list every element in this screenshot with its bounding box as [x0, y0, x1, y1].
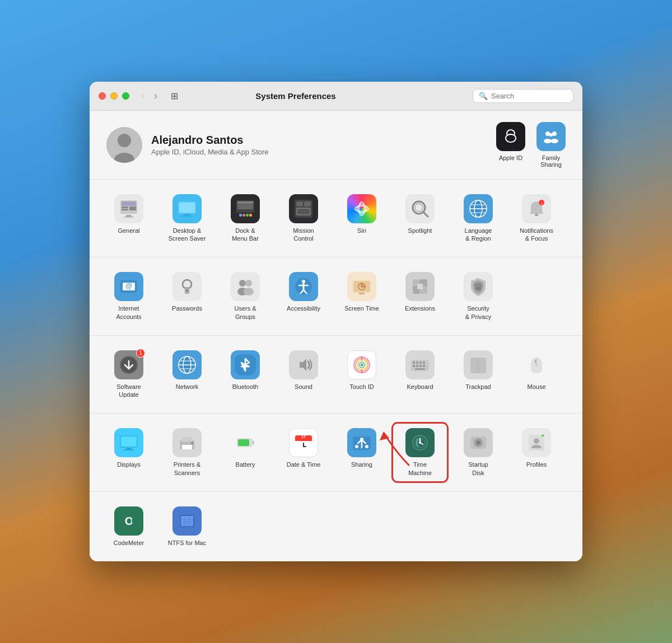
datetime-label: Date & Time — [287, 461, 321, 468]
pref-item-internet[interactable]: @ InternetAccounts — [101, 266, 157, 326]
pref-item-general[interactable]: General — [101, 189, 157, 248]
prefs-grid-4: Displays Printers &Scanners — [101, 423, 571, 482]
internet-label: InternetAccounts — [116, 304, 141, 321]
accessibility-icon — [289, 272, 318, 301]
pref-item-screentime[interactable]: Screen Time — [334, 266, 390, 326]
svg-rect-14 — [124, 217, 134, 218]
svg-rect-110 — [182, 445, 192, 449]
svg-point-7 — [550, 139, 558, 143]
apple-id-icon — [496, 122, 525, 151]
touchid-icon — [347, 350, 376, 379]
pref-item-extensions[interactable]: Extensions — [392, 266, 448, 326]
pref-item-dock[interactable]: Dock &Menu Bar — [217, 189, 273, 248]
family-sharing-button[interactable]: FamilySharing — [536, 122, 566, 168]
minimize-button[interactable] — [110, 92, 118, 100]
pref-item-users[interactable]: Users &Groups — [217, 266, 273, 326]
mouse-label: Mouse — [527, 383, 545, 391]
profile-actions: Apple ID FamilySharing — [496, 122, 566, 168]
svg-point-125 — [360, 438, 363, 441]
pref-item-desktop[interactable]: Desktop &Screen Saver — [159, 189, 215, 248]
svg-rect-10 — [122, 206, 128, 208]
svg-point-87 — [361, 363, 363, 366]
passwords-icon — [172, 272, 202, 301]
pref-item-bluetooth[interactable]: Bluetooth — [217, 345, 273, 405]
svg-rect-97 — [419, 365, 422, 367]
sharing-label: Sharing — [351, 461, 372, 468]
pref-item-mouse[interactable]: Mouse — [508, 345, 564, 405]
section-5: C CodeMeter — [90, 492, 582, 561]
svg-rect-109 — [182, 437, 192, 442]
user-avatar[interactable] — [106, 127, 142, 163]
ntfs-icon — [172, 506, 202, 536]
svg-point-58 — [302, 280, 305, 283]
pref-item-datetime[interactable]: 17 Date & Time — [276, 423, 332, 482]
extensions-icon — [405, 272, 435, 301]
pref-item-siri[interactable]: Siri — [334, 189, 390, 248]
pref-item-codemeter[interactable]: C CodeMeter — [101, 501, 157, 552]
pref-item-ntfs[interactable]: NTFS for Mac — [159, 501, 215, 552]
svg-rect-13 — [126, 215, 132, 217]
mission-icon — [289, 194, 318, 223]
prefs-grid-2: @ InternetAccounts Passwords — [101, 266, 571, 326]
pref-item-displays[interactable]: Displays — [101, 423, 157, 482]
search-input[interactable] — [491, 92, 570, 100]
pref-item-accessibility[interactable]: Accessibility — [276, 266, 332, 326]
battery-icon — [231, 428, 260, 457]
mouse-icon — [522, 350, 551, 379]
svg-point-1 — [118, 134, 131, 147]
svg-rect-18 — [182, 215, 192, 217]
pref-item-profiles[interactable]: Profiles — [508, 423, 564, 482]
section-4: Displays Printers &Scanners — [90, 414, 582, 492]
svg-point-5 — [549, 133, 553, 137]
svg-rect-117 — [295, 439, 312, 441]
timemachine-icon — [405, 428, 435, 457]
accessibility-label: Accessibility — [287, 304, 320, 312]
pref-item-printers[interactable]: Printers &Scanners — [159, 423, 215, 482]
svg-point-123 — [355, 445, 358, 448]
pref-item-passwords[interactable]: Passwords — [159, 266, 215, 326]
spotlight-icon — [405, 194, 435, 223]
svg-rect-92 — [416, 362, 418, 364]
bluetooth-icon — [231, 350, 260, 379]
pref-item-battery[interactable]: Battery — [217, 423, 273, 482]
svg-rect-105 — [121, 437, 137, 447]
svg-rect-11 — [122, 209, 128, 210]
pref-item-mission[interactable]: MissionControl — [276, 189, 332, 248]
internet-icon: @ — [114, 272, 143, 301]
profile-section: Alejandro Santos Apple ID, iCloud, Media… — [90, 111, 582, 180]
window-title: System Preferences — [119, 91, 473, 101]
bluetooth-label: Bluetooth — [232, 383, 258, 391]
pref-item-notifications[interactable]: ! Notifications& Focus — [508, 189, 564, 248]
pref-item-security[interactable]: Security& Privacy — [450, 266, 506, 326]
pref-item-language[interactable]: Language& Region — [450, 189, 506, 248]
svg-text:!: ! — [541, 202, 542, 205]
pref-item-network[interactable]: Network — [159, 345, 215, 405]
pref-item-keyboard[interactable]: Keyboard — [392, 345, 448, 405]
pref-item-touchid[interactable]: Touch ID — [334, 345, 390, 405]
svg-rect-24 — [246, 214, 249, 217]
pref-item-spotlight[interactable]: Spotlight — [392, 189, 448, 248]
desktop-icon — [172, 194, 202, 223]
svg-rect-141 — [181, 516, 193, 526]
svg-point-56 — [244, 288, 254, 295]
svg-rect-98 — [423, 365, 425, 367]
pref-item-startup[interactable]: StartupDisk — [450, 423, 506, 482]
codemeter-icon: C — [114, 506, 143, 536]
users-label: Users &Groups — [234, 304, 256, 321]
svg-rect-96 — [416, 365, 418, 367]
startup-icon — [464, 428, 493, 457]
dock-label: Dock &Menu Bar — [232, 227, 259, 243]
svg-point-124 — [365, 445, 368, 448]
close-button[interactable] — [99, 92, 106, 100]
pref-item-sharing[interactable]: Sharing — [334, 423, 390, 482]
svg-point-131 — [419, 442, 421, 444]
pref-item-timemachine[interactable]: TimeMachine — [392, 423, 448, 482]
svg-point-52 — [186, 289, 188, 292]
pref-item-software[interactable]: 1 SoftwareUpdate — [101, 345, 157, 405]
codemeter-label: CodeMeter — [114, 539, 144, 547]
ntfs-label: NTFS for Mac — [168, 539, 206, 547]
pref-item-trackpad[interactable]: Trackpad — [450, 345, 506, 405]
pref-item-sound[interactable]: Sound — [276, 345, 332, 405]
apple-id-button[interactable]: Apple ID — [496, 122, 525, 168]
svg-rect-71 — [417, 284, 423, 289]
